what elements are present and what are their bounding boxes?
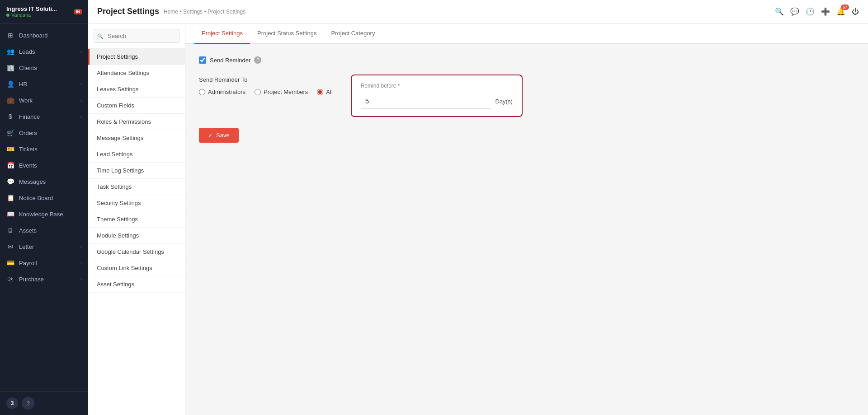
clock-icon[interactable]: 🕐	[806, 7, 815, 16]
settings-nav-timelog[interactable]: Time Log Settings	[88, 163, 185, 179]
sidebar-logo: Ingress IT Soluti... Vandana	[6, 5, 57, 18]
sidebar-item-label: Payroll	[19, 260, 37, 266]
radio-administrators-input[interactable]	[199, 89, 205, 95]
sidebar-item-work[interactable]: 💼 Work ›	[0, 92, 88, 108]
search-input[interactable]	[94, 29, 179, 43]
sidebar-item-assets[interactable]: 🖥 Assets	[0, 222, 88, 238]
breadcrumb: Home • Settings • Project Settings	[164, 9, 245, 15]
topbar-right: 🔍 💬 🕐 ➕ 🔔 57 ⏻	[775, 7, 859, 16]
remind-before-unit: Day(s)	[495, 98, 513, 105]
settings-nav-task[interactable]: Task Settings	[88, 179, 185, 195]
sidebar-item-label: Clients	[19, 65, 37, 71]
chevron-right-icon: ›	[80, 244, 82, 249]
settings-nav-security[interactable]: Security Settings	[88, 195, 185, 211]
settings-nav-message[interactable]: Message Settings	[88, 130, 185, 146]
orders-icon: 🛒	[6, 129, 14, 137]
remind-before-label: Remind before *	[361, 83, 513, 89]
sidebar-nav: ⊞ Dashboard 👥 Leads › 🏢 Clients 👤 HR ›	[0, 23, 88, 391]
sidebar-item-knowledge-base[interactable]: 📖 Knowledge Base	[0, 206, 88, 222]
radio-administrators[interactable]: Administrators	[199, 89, 245, 95]
sidebar-item-leads[interactable]: 👥 Leads ›	[0, 43, 88, 60]
tab-project-category[interactable]: Project Category	[324, 23, 382, 44]
hr-icon: 👤	[6, 80, 14, 88]
send-reminder-row: Send Reminder ?	[199, 56, 854, 64]
settings-nav-theme[interactable]: Theme Settings	[88, 211, 185, 228]
sidebar-item-payroll[interactable]: 💳 Payroll ›	[0, 255, 88, 271]
send-reminder-help-icon[interactable]: ?	[254, 56, 261, 64]
search-icon[interactable]: 🔍	[775, 7, 784, 16]
settings-nav-asset[interactable]: Asset Settings	[88, 276, 185, 293]
app-user: Vandana	[6, 12, 57, 18]
dashboard-icon: ⊞	[6, 31, 14, 39]
sidebar-bottom: 3 ?	[0, 391, 88, 415]
topbar-left: Project Settings Home • Settings • Proje…	[97, 7, 245, 16]
sidebar-item-label: Orders	[19, 130, 37, 136]
settings-nav-custom-fields[interactable]: Custom Fields	[88, 98, 185, 114]
notifications-icon[interactable]: 🔔 57	[836, 7, 845, 16]
sidebar-item-orders[interactable]: 🛒 Orders	[0, 125, 88, 141]
sidebar-item-label: Work	[19, 97, 33, 104]
settings-nav-module[interactable]: Module Settings	[88, 228, 185, 244]
sidebar-item-label: Finance	[19, 113, 40, 120]
clients-icon: 🏢	[6, 64, 14, 72]
send-reminder-label: Send Reminder	[210, 57, 250, 64]
send-reminder-checkbox[interactable]	[199, 56, 206, 64]
settings-nav-google-calendar[interactable]: Google Calendar Settings	[88, 244, 185, 260]
settings-nav-attendance[interactable]: Attendance Settings	[88, 65, 185, 81]
save-button-label: Save	[216, 132, 230, 139]
sidebar-item-tickets[interactable]: 🎫 Tickets	[0, 141, 88, 157]
sidebar-item-label: HR	[19, 81, 28, 88]
sidebar-item-label: Knowledge Base	[19, 211, 63, 218]
work-icon: 💼	[6, 96, 14, 104]
settings-sidebar: Project Settings Attendance Settings Lea…	[88, 23, 185, 415]
radio-all-input[interactable]	[317, 89, 323, 95]
page-title: Project Settings	[97, 7, 159, 16]
sidebar-item-dashboard[interactable]: ⊞ Dashboard	[0, 27, 88, 43]
events-icon: 📅	[6, 161, 14, 169]
add-icon[interactable]: ➕	[821, 7, 830, 16]
required-indicator: *	[398, 83, 400, 89]
settings-nav-project-settings[interactable]: Project Settings	[88, 49, 185, 65]
remind-before-label-text: Remind before	[361, 83, 396, 89]
settings-nav-leaves[interactable]: Leaves Settings	[88, 81, 185, 98]
chevron-right-icon: ›	[80, 49, 82, 54]
save-button[interactable]: Save	[199, 128, 239, 143]
radio-administrators-label: Administrators	[208, 89, 245, 95]
sidebar-item-messages[interactable]: 💬 Messages	[0, 173, 88, 190]
topbar: Project Settings Home • Settings • Proje…	[88, 0, 868, 23]
chevron-right-icon: ›	[80, 82, 82, 87]
remind-before-input[interactable]	[361, 93, 491, 109]
sidebar-item-events[interactable]: 📅 Events	[0, 157, 88, 173]
finance-icon: $	[6, 112, 14, 121]
radio-project-members[interactable]: Project Members	[255, 89, 308, 95]
sidebar-item-notice-board[interactable]: 📋 Notice Board	[0, 190, 88, 206]
sidebar-number-badge: 3	[6, 397, 18, 409]
send-reminder-to-row: Send Reminder To Administrators Project …	[199, 75, 854, 117]
sidebar-item-label: Events	[19, 162, 37, 169]
help-icon[interactable]: ?	[22, 397, 34, 410]
app-name: Ingress IT Soluti...	[6, 5, 57, 12]
send-reminder-to-label: Send Reminder To	[199, 75, 333, 83]
sidebar-item-label: Dashboard	[19, 32, 48, 39]
tab-bar: Project Settings Project Status Settings…	[185, 23, 868, 44]
tab-project-settings[interactable]: Project Settings	[194, 23, 250, 44]
send-reminder-to-section: Send Reminder To Administrators Project …	[199, 75, 333, 95]
tab-project-status[interactable]: Project Status Settings	[250, 23, 324, 44]
sidebar-item-finance[interactable]: $ Finance ›	[0, 108, 88, 125]
notice-board-icon: 📋	[6, 194, 14, 202]
power-icon[interactable]: ⏻	[852, 8, 859, 16]
assets-icon: 🖥	[6, 226, 14, 234]
chat-icon[interactable]: 💬	[790, 7, 799, 16]
sidebar-item-letter[interactable]: ✉ Letter ›	[0, 238, 88, 255]
sidebar-item-clients[interactable]: 🏢 Clients	[0, 60, 88, 76]
sidebar-item-purchase[interactable]: 🛍 Purchase ›	[0, 271, 88, 287]
settings-nav-roles[interactable]: Roles & Permissions	[88, 114, 185, 130]
radio-project-members-input[interactable]	[255, 89, 261, 95]
sidebar-item-hr[interactable]: 👤 HR ›	[0, 76, 88, 92]
settings-nav-lead[interactable]: Lead Settings	[88, 146, 185, 163]
radio-all[interactable]: All	[317, 89, 332, 95]
tickets-icon: 🎫	[6, 145, 14, 153]
knowledge-base-icon: 📖	[6, 210, 14, 218]
remind-input-row: Day(s)	[361, 93, 513, 109]
settings-nav-custom-link[interactable]: Custom Link Settings	[88, 260, 185, 276]
